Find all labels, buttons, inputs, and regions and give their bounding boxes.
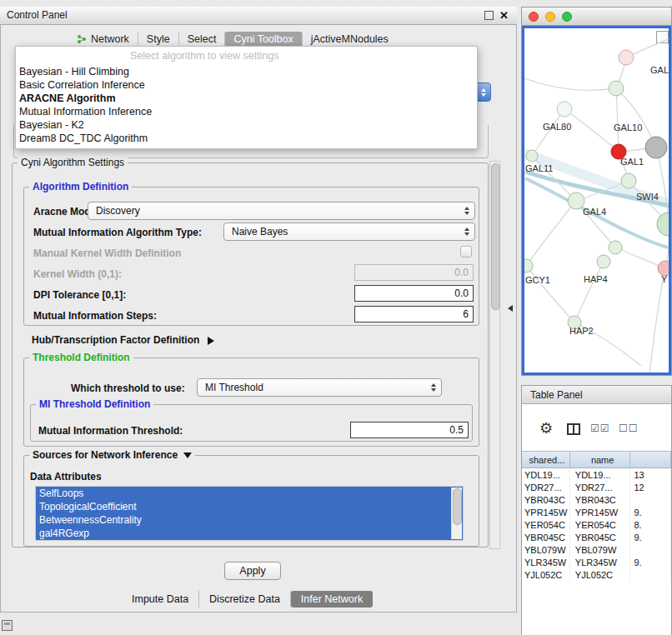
tab-network[interactable]: Network bbox=[68, 32, 138, 47]
network-node[interactable] bbox=[597, 255, 610, 268]
network-node[interactable] bbox=[657, 212, 670, 236]
algorithm-option[interactable]: Bayesian - K2 bbox=[16, 118, 477, 132]
table-row[interactable]: YDR27...YDR27...12 bbox=[522, 482, 671, 494]
network-node[interactable] bbox=[609, 241, 622, 254]
network-node[interactable] bbox=[568, 192, 584, 209]
cell[interactable]: YLR345W bbox=[522, 557, 570, 569]
table-row[interactable]: YER054CYER054C8. bbox=[522, 519, 671, 532]
panel-divider-arrow[interactable] bbox=[508, 305, 513, 312]
hub-definition-expander[interactable]: Hub/Transcription Factor Definition bbox=[32, 333, 214, 347]
cell[interactable]: YBR045C bbox=[522, 532, 570, 544]
cell[interactable]: 13 bbox=[630, 469, 671, 482]
attribute-item[interactable]: TopologicalCoefficient bbox=[36, 500, 463, 513]
cell[interactable] bbox=[630, 494, 671, 507]
close-button[interactable] bbox=[529, 12, 539, 22]
network-canvas[interactable]: GAL GAL80 GAL10 GAL11 GAL1 SWI4 GAL4 GCY… bbox=[522, 26, 671, 375]
column-header[interactable]: name bbox=[570, 452, 631, 468]
cell[interactable]: YER054C bbox=[570, 519, 631, 532]
aracne-mode-select[interactable]: Discovery bbox=[88, 202, 475, 220]
cell[interactable]: YDL19... bbox=[522, 469, 570, 482]
minimize-button[interactable] bbox=[545, 12, 555, 22]
cell[interactable] bbox=[630, 569, 671, 582]
table-row[interactable]: YBR043CYBR043C bbox=[522, 494, 671, 507]
cell[interactable]: YBL079W bbox=[570, 544, 631, 557]
attribute-list-scrollbar[interactable] bbox=[451, 488, 462, 539]
cell[interactable]: YJL052C bbox=[522, 569, 570, 582]
attribute-item[interactable]: BetweennessCentrality bbox=[36, 513, 463, 527]
tab-cyni-toolbox[interactable]: Cyni Toolbox bbox=[225, 32, 302, 47]
table-row[interactable]: YLR345WYLR345W9. bbox=[522, 557, 671, 569]
cell[interactable]: YER054C bbox=[522, 519, 570, 532]
close-icon[interactable]: ✕ bbox=[499, 10, 509, 21]
table-body: YDL19...YDL19...13 YDR27...YDR27...12 YB… bbox=[522, 469, 671, 582]
table-row[interactable]: YDL19...YDL19...13 bbox=[522, 469, 671, 482]
scrollbar-thumb[interactable] bbox=[453, 488, 462, 525]
cell[interactable]: YDR27... bbox=[570, 482, 631, 494]
network-node[interactable] bbox=[609, 81, 624, 96]
tab-jactivemnodules[interactable]: jActiveMNodules bbox=[303, 32, 397, 47]
cell[interactable]: 9. bbox=[630, 532, 671, 544]
table-panel-titlebar[interactable]: Table Panel bbox=[522, 386, 671, 404]
cell[interactable]: YJL052C bbox=[570, 569, 631, 582]
sources-expander[interactable]: Sources for Network Inference bbox=[29, 449, 195, 461]
cell[interactable]: YBR043C bbox=[522, 494, 570, 507]
tab-infer-network[interactable]: Infer Network bbox=[291, 591, 373, 608]
table-row[interactable]: YBR045CYBR045C9. bbox=[522, 532, 671, 544]
table-row[interactable]: YPR145WYPR145W9. bbox=[522, 507, 671, 519]
dpi-tolerance-field[interactable]: 0.0 bbox=[354, 285, 474, 302]
cell[interactable]: YDL19... bbox=[570, 469, 631, 482]
cell[interactable]: YBL079W bbox=[522, 544, 570, 557]
algorithm-option[interactable]: Dream8 DC_TDC Algorithm bbox=[16, 132, 477, 145]
restore-panel-icon[interactable] bbox=[2, 620, 13, 631]
cell[interactable]: 8. bbox=[630, 519, 671, 532]
network-node[interactable] bbox=[621, 173, 636, 188]
tab-style[interactable]: Style bbox=[138, 32, 179, 47]
cell[interactable]: 9. bbox=[630, 507, 671, 519]
apply-button[interactable]: Apply bbox=[224, 562, 281, 580]
table-row[interactable]: YJL052CYJL052C bbox=[522, 569, 671, 582]
cell[interactable]: YBR045C bbox=[570, 532, 631, 544]
mi-threshold-field[interactable]: 0.5 bbox=[350, 422, 469, 438]
cell[interactable]: YLR345W bbox=[570, 557, 631, 569]
network-window-titlebar[interactable] bbox=[522, 8, 671, 26]
network-node[interactable] bbox=[526, 150, 538, 162]
attribute-list[interactable]: SelfLoops TopologicalCoefficient Between… bbox=[35, 486, 464, 541]
cell[interactable]: 9. bbox=[630, 557, 671, 569]
cell[interactable]: YBR043C bbox=[570, 494, 631, 507]
tab-label: Style bbox=[147, 33, 170, 45]
mi-steps-field[interactable]: 6 bbox=[354, 306, 474, 322]
algorithm-option-selected[interactable]: ARACNE Algorithm bbox=[16, 92, 477, 105]
tab-impute-data[interactable]: Impute Data bbox=[122, 591, 199, 608]
attribute-item[interactable]: gal4RGexp bbox=[36, 527, 463, 540]
cell[interactable] bbox=[630, 544, 671, 557]
mi-type-select[interactable]: Naive Bayes bbox=[223, 222, 475, 241]
algorithm-combobox-arrow[interactable] bbox=[476, 82, 491, 102]
network-node[interactable] bbox=[619, 50, 634, 65]
cell[interactable]: YPR145W bbox=[570, 507, 631, 519]
cell[interactable]: YPR145W bbox=[522, 507, 570, 519]
algorithm-option[interactable]: Mutual Information Inference bbox=[16, 105, 477, 118]
cell[interactable]: YDR27... bbox=[522, 482, 570, 494]
select-all-icon[interactable]: ☑☑ bbox=[590, 422, 610, 434]
zoom-button[interactable] bbox=[562, 12, 572, 22]
gear-icon[interactable]: ⚙ bbox=[539, 421, 553, 436]
table-row[interactable]: YBL079WYBL079W bbox=[522, 544, 671, 557]
settings-scrollbar[interactable] bbox=[489, 161, 500, 549]
network-node[interactable] bbox=[557, 102, 572, 117]
tab-discretize-data[interactable]: Discretize Data bbox=[199, 591, 291, 608]
deselect-all-icon[interactable]: ☐☐ bbox=[619, 422, 639, 434]
float-window-icon[interactable] bbox=[484, 11, 494, 20]
algorithm-option[interactable]: Bayesian - Hill Climbing bbox=[16, 65, 477, 78]
cell[interactable]: 12 bbox=[630, 482, 671, 494]
scrollbar-thumb[interactable] bbox=[491, 163, 500, 310]
control-panel-titlebar[interactable]: Control Panel ✕ bbox=[0, 7, 517, 25]
column-header[interactable] bbox=[630, 452, 671, 468]
which-threshold-select[interactable]: MI Threshold bbox=[197, 378, 442, 397]
attribute-item[interactable]: SelfLoops bbox=[36, 487, 463, 500]
columns-icon[interactable] bbox=[567, 423, 580, 435]
column-header[interactable]: shared... bbox=[522, 452, 570, 468]
network-node[interactable] bbox=[645, 137, 667, 158]
tab-select[interactable]: Select bbox=[179, 32, 226, 47]
network-node[interactable] bbox=[524, 259, 533, 272]
algorithm-option[interactable]: Basic Correlation Inference bbox=[16, 78, 477, 92]
